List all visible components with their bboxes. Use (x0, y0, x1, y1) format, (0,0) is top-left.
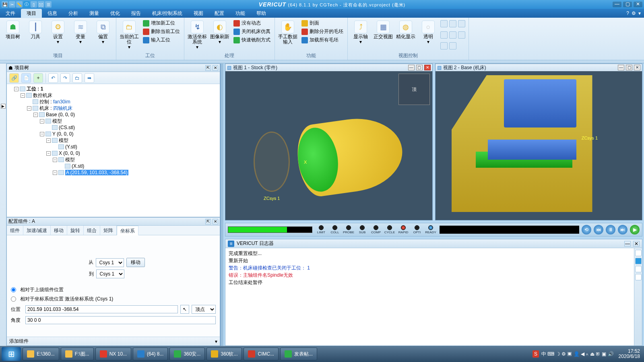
tb-send-icon[interactable]: ➡ (85, 73, 94, 83)
tool-button[interactable]: ┃刀具 (25, 19, 46, 52)
qat-layout1-icon[interactable]: ▯ (31, 1, 37, 8)
menu-帮助[interactable]: 帮助 (251, 9, 272, 18)
taskbar-item[interactable]: (64) 8... (133, 348, 168, 360)
taskbar-item[interactable]: 360软... (206, 348, 242, 360)
ortho-button[interactable]: ▦正交视图 (373, 19, 394, 52)
radio-csys[interactable] (11, 296, 16, 302)
menu-分析[interactable]: 分析 (63, 9, 84, 18)
qat-tool-icon[interactable]: ✂ (9, 1, 15, 8)
expand-icon[interactable]: − (53, 171, 57, 175)
tree-node[interactable]: −Base (0, 0, 0) (8, 111, 218, 118)
transparent-button[interactable]: ○透明▾ (418, 19, 439, 52)
view1-max[interactable]: ▢ (416, 65, 423, 70)
tree-node[interactable]: −数控机床 (8, 92, 218, 99)
view-layout-7-icon[interactable] (449, 42, 456, 49)
node-link[interactable]: 四轴机床 (53, 105, 72, 111)
tab-组合[interactable]: 组合 (84, 226, 100, 235)
tree-node[interactable]: (CS.stl) (8, 124, 218, 131)
csys-from-select[interactable]: Csys 1 (96, 258, 124, 267)
log-tool3-icon[interactable] (635, 266, 642, 272)
expand-icon[interactable]: − (46, 151, 51, 156)
del-split-button[interactable]: 删除分开的毛坯 (300, 28, 345, 35)
view-layout-3-icon[interactable] (440, 31, 448, 39)
log-tool4-icon[interactable] (635, 274, 642, 280)
qat-layout2-icon[interactable]: ▯▯ (38, 1, 44, 8)
expand-icon[interactable]: − (27, 106, 31, 111)
load-all-button[interactable]: 加载所有毛坯 (300, 36, 345, 44)
log-body[interactable]: 完成重置模型...重新开始警告：机床碰撞检查已关闭于工位： 1错误：主轴组件名S… (225, 248, 642, 346)
menu-collapse-icon[interactable]: ▾ (638, 10, 641, 16)
expand-icon[interactable]: − (53, 158, 57, 162)
image-refresh-button[interactable]: ◐图像刷新▾ (209, 19, 230, 52)
tab-旋转[interactable]: 旋转 (67, 226, 84, 235)
setup-button[interactable]: ⚙设置▾ (47, 19, 68, 52)
add-component-bar[interactable]: 添加组件 ▾ (7, 337, 220, 346)
view2-viewport[interactable]: ZCsys 1 (436, 71, 642, 220)
pause-button[interactable]: ⏸ (606, 225, 615, 234)
taskbar-item[interactable]: E:\360... (23, 348, 59, 360)
tab-移动[interactable]: 移动 (51, 226, 67, 235)
view1-compass[interactable]: 顶 (398, 74, 430, 105)
view2-close[interactable]: ✕ (634, 65, 640, 70)
system-tray[interactable]: S 中 ⌨ ☽ ⚙ ▣ 👤 ◀ ⍲ ⏏ ⛨ ▣ 🔊 17:52 2020/6/1… (533, 349, 642, 359)
tree-node[interactable]: −X (0, 0, 0) (8, 150, 218, 156)
tray-icons[interactable]: 中 ⌨ ☽ ⚙ ▣ 👤 ◀ ⍲ ⏏ ⛨ ▣ 🔊 (541, 351, 614, 358)
expand-icon[interactable]: − (40, 119, 44, 123)
variable-button[interactable]: ≋变量▾ (70, 19, 91, 52)
taskbar-item[interactable]: 发表帖... (280, 348, 317, 360)
refine-button[interactable]: ◍精化显示 (395, 19, 416, 52)
start-button[interactable]: ⊞ (2, 347, 21, 361)
view-layout-1-icon[interactable] (449, 20, 456, 27)
node-link[interactable]: fan30im (53, 99, 70, 105)
tree-node[interactable]: −机床 : 四轴机床 (8, 105, 218, 111)
log-min[interactable]: — (624, 241, 631, 247)
position-input[interactable] (25, 305, 178, 313)
tab-矩阵[interactable]: 矩阵 (100, 226, 117, 235)
tree-node[interactable]: −模型 (8, 156, 218, 163)
section-button[interactable]: 剖面 (300, 19, 345, 27)
radio-parent[interactable] (11, 287, 16, 292)
pick-icon[interactable]: ↖ (180, 305, 189, 314)
tb-folder-icon[interactable]: 🗀 (72, 73, 82, 83)
no-anim-button[interactable]: 没有动态 (232, 19, 272, 27)
tree-node[interactable]: −模型 (8, 137, 218, 144)
view2-min[interactable]: — (618, 65, 624, 70)
qat-save-icon[interactable]: 💾 (2, 1, 8, 8)
qat-help-icon[interactable]: ⓘ (23, 1, 30, 8)
qat-layout3-icon[interactable]: ☰ (45, 1, 52, 8)
manual-input-button[interactable]: ✋手工数据输入 (277, 19, 298, 52)
show-axis-button[interactable]: ⤴显示轴▾ (350, 19, 371, 52)
csys-to-select[interactable]: Csys 1 (96, 269, 124, 278)
speed-slider[interactable] (228, 226, 312, 233)
menu-报告[interactable]: 报告 (126, 9, 147, 18)
taskbar-clock[interactable]: 17:52 2020/6/18 (616, 349, 642, 359)
tree-node[interactable]: (Y.stl) (8, 144, 218, 150)
menu-优化[interactable]: 优化 (105, 9, 126, 18)
move-button[interactable]: 移动 (126, 258, 145, 267)
loop-button[interactable]: ⟲ (582, 225, 591, 234)
left-sidestrip[interactable]: ▶ (0, 64, 6, 346)
config-pin-icon[interactable]: ⇱ (205, 219, 211, 224)
config-close-icon[interactable]: ✕ (213, 219, 218, 224)
ime-indicator[interactable]: S (533, 350, 539, 358)
view1-close[interactable]: ✕ (424, 65, 431, 70)
tree-node[interactable]: −模型 (8, 118, 218, 124)
menu-项目[interactable]: 项目 (21, 9, 42, 18)
tb-undo-icon[interactable]: ↶ (48, 73, 58, 83)
expand-icon[interactable]: − (40, 132, 44, 136)
close-button[interactable]: ✕ (634, 2, 642, 7)
log-tool2-icon[interactable] (635, 258, 642, 264)
project-tree-button[interactable]: ☗项目树 (2, 19, 23, 52)
menu-gear-icon[interactable]: ⚙ (632, 10, 636, 16)
log-tool1-icon[interactable] (635, 250, 642, 256)
tree-node[interactable]: (X.stl) (8, 163, 218, 169)
tb-redo-icon[interactable]: ↷ (60, 73, 70, 83)
vertex-select[interactable]: 顶点 (192, 305, 216, 314)
activate-csys-button[interactable]: ↯激活坐标系统▾ (187, 19, 208, 52)
tab-加速/减速[interactable]: 加速/减速 (23, 226, 51, 235)
view-layout-4-icon[interactable] (449, 31, 456, 39)
log-close[interactable]: ✕ (633, 241, 640, 247)
expand-icon[interactable]: − (33, 113, 38, 117)
menu-功能[interactable]: 功能 (230, 9, 251, 18)
menu-help-icon[interactable]: ? (626, 10, 629, 16)
